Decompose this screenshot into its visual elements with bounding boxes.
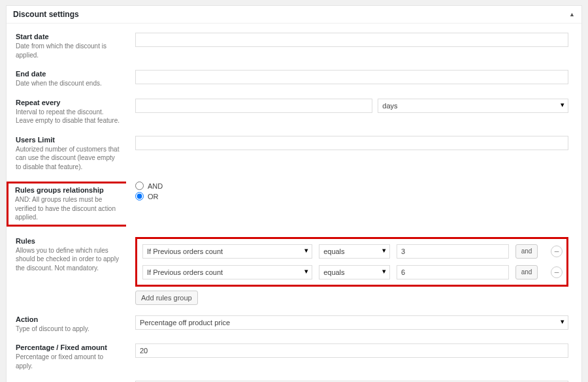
- rule-and-button[interactable]: and: [515, 244, 538, 259]
- rule-condition-select[interactable]: If Previous orders count: [142, 265, 312, 279]
- repeat-unit-select[interactable]: days: [378, 99, 568, 113]
- relationship-or-radio[interactable]: [135, 192, 144, 200]
- rule-operator-select[interactable]: equals: [319, 244, 390, 259]
- relationship-and-radio[interactable]: [135, 182, 144, 190]
- relationship-desc: AND: All groups rules must be verified t…: [15, 195, 122, 222]
- action-select[interactable]: Percentage off product price: [135, 315, 568, 330]
- start-date-desc: Date from which the discount is applied.: [16, 42, 120, 59]
- rule-value-input[interactable]: [397, 244, 509, 259]
- collapse-icon[interactable]: ▲: [569, 11, 575, 18]
- add-rules-group-button[interactable]: Add rules group: [135, 291, 198, 305]
- relationship-label: Rules groups relationship: [15, 186, 122, 194]
- users-limit-input[interactable]: [135, 136, 568, 150]
- rule-operator-select[interactable]: equals: [319, 265, 390, 279]
- relationship-and-option[interactable]: AND: [135, 182, 568, 190]
- rules-label: Rules: [16, 237, 120, 245]
- rules-highlight-box: If Previous orders count equals and – If…: [135, 237, 568, 287]
- rule-and-button[interactable]: and: [515, 265, 538, 279]
- panel-title: Discount settings: [13, 10, 79, 19]
- end-date-input[interactable]: [135, 70, 568, 84]
- panel-body: Start date Date from which the discount …: [7, 24, 581, 382]
- relationship-or-option[interactable]: OR: [135, 192, 568, 200]
- rules-desc: Allows you to define which rules should …: [16, 246, 120, 273]
- amount-desc: Percentage or fixed amount to apply.: [16, 353, 120, 370]
- users-limit-desc: Autorized number of customers that can u…: [16, 145, 120, 172]
- end-date-desc: Date when the discount ends.: [16, 79, 120, 88]
- rule-value-input[interactable]: [397, 265, 509, 279]
- action-desc: Type of discount to apply.: [16, 325, 120, 334]
- end-date-label: End date: [16, 70, 120, 78]
- repeat-label: Repeat every: [16, 99, 120, 106]
- amount-input[interactable]: [135, 343, 568, 358]
- action-label: Action: [16, 315, 120, 323]
- rule-row: If Previous orders count equals and –: [142, 244, 538, 259]
- panel-header: Discount settings ▲: [7, 6, 581, 24]
- repeat-desc: Interval to repeat the discount. Leave e…: [16, 108, 120, 125]
- start-date-label: Start date: [16, 33, 120, 40]
- repeat-input[interactable]: [135, 99, 372, 113]
- users-limit-label: Users Limit: [16, 136, 120, 144]
- discount-settings-panel: Discount settings ▲ Start date Date from…: [6, 5, 582, 382]
- relationship-label-highlight: Rules groups relationship AND: All group…: [7, 182, 126, 227]
- rule-row: If Previous orders count equals and –: [142, 265, 538, 279]
- start-date-input[interactable]: [135, 33, 568, 47]
- amount-label: Percentage / Fixed amount: [16, 343, 120, 351]
- rule-remove-button[interactable]: –: [551, 266, 563, 278]
- rule-condition-select[interactable]: If Previous orders count: [142, 244, 312, 259]
- rule-remove-button[interactable]: –: [551, 246, 563, 257]
